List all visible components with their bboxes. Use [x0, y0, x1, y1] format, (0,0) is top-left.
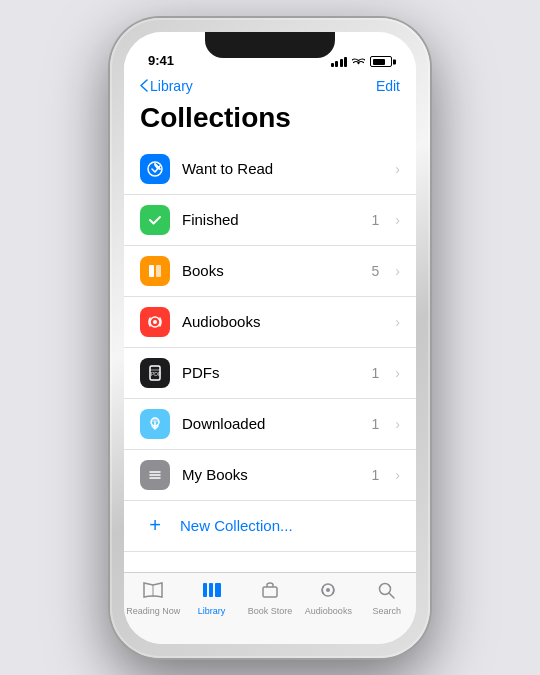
page-title: Collections [124, 102, 416, 144]
collection-item-my-books[interactable]: My Books 1 › [124, 450, 416, 501]
audiobooks-icon [140, 307, 170, 337]
collection-name-want-to-read: Want to Read [182, 160, 367, 177]
collections-list: Want to Read › Finished 1 › [124, 144, 416, 572]
collection-name-books: Books [182, 262, 360, 279]
collection-count-my-books: 1 [372, 467, 380, 483]
plus-icon: + [140, 511, 170, 541]
audiobooks-tab-icon [317, 581, 339, 604]
tab-reading-now[interactable]: Reading Now [124, 581, 182, 616]
back-button[interactable]: Library [140, 78, 193, 94]
nav-bar: Library Edit [124, 74, 416, 102]
collection-count-books: 5 [372, 263, 380, 279]
chevron-want-to-read: › [395, 161, 400, 177]
tab-bar: Reading Now Library [124, 572, 416, 644]
chevron-audiobooks: › [395, 314, 400, 330]
collection-item-books[interactable]: Books 5 › [124, 246, 416, 297]
my-books-icon [140, 460, 170, 490]
library-label: Library [198, 606, 226, 616]
reading-now-icon [142, 581, 164, 604]
status-icons [331, 56, 393, 68]
collection-count-finished: 1 [372, 212, 380, 228]
collection-count-downloaded: 1 [372, 416, 380, 432]
collection-item-want-to-read[interactable]: Want to Read › [124, 144, 416, 195]
svg-text:PDF: PDF [151, 371, 161, 377]
status-time: 9:41 [148, 53, 174, 68]
finished-icon [140, 205, 170, 235]
collection-item-downloaded[interactable]: Downloaded 1 › [124, 399, 416, 450]
svg-rect-2 [156, 265, 161, 277]
svg-point-16 [326, 588, 330, 592]
collection-count-pdfs: 1 [372, 365, 380, 381]
downloaded-icon [140, 409, 170, 439]
chevron-my-books: › [395, 467, 400, 483]
svg-rect-1 [149, 265, 154, 277]
new-collection-label: New Collection... [180, 517, 293, 534]
svg-line-18 [389, 593, 394, 598]
svg-rect-14 [263, 587, 277, 597]
wifi-icon [352, 56, 365, 68]
tab-audiobooks[interactable]: Audiobooks [299, 581, 357, 616]
collection-name-finished: Finished [182, 211, 360, 228]
pdfs-icon: PDF [140, 358, 170, 388]
chevron-books: › [395, 263, 400, 279]
phone-wrapper: 9:41 [110, 18, 430, 658]
edit-button[interactable]: Edit [376, 78, 400, 94]
collection-name-my-books: My Books [182, 466, 360, 483]
collection-name-downloaded: Downloaded [182, 415, 360, 432]
tab-library[interactable]: Library [182, 581, 240, 616]
audiobooks-tab-label: Audiobooks [305, 606, 352, 616]
tab-search[interactable]: Search [358, 581, 416, 616]
collection-name-pdfs: PDFs [182, 364, 360, 381]
new-collection-item[interactable]: + New Collection... [124, 501, 416, 552]
empty-rows [124, 552, 416, 572]
book-store-label: Book Store [248, 606, 293, 616]
books-icon [140, 256, 170, 286]
svg-point-4 [153, 320, 157, 324]
back-label: Library [150, 78, 193, 94]
collection-name-audiobooks: Audiobooks [182, 313, 367, 330]
svg-rect-11 [203, 583, 207, 597]
chevron-finished: › [395, 212, 400, 228]
chevron-downloaded: › [395, 416, 400, 432]
book-store-icon [259, 581, 281, 604]
battery-icon [370, 56, 392, 67]
svg-rect-13 [215, 583, 221, 597]
collection-item-finished[interactable]: Finished 1 › [124, 195, 416, 246]
library-icon [201, 581, 223, 604]
want-to-read-icon [140, 154, 170, 184]
notch [205, 32, 335, 58]
search-tab-icon [376, 581, 398, 604]
phone-screen: 9:41 [124, 32, 416, 644]
svg-rect-12 [209, 583, 213, 597]
signal-bars-icon [331, 57, 348, 67]
collection-item-pdfs[interactable]: PDF PDFs 1 › [124, 348, 416, 399]
phone-frame: 9:41 [110, 18, 430, 658]
reading-now-label: Reading Now [126, 606, 180, 616]
chevron-pdfs: › [395, 365, 400, 381]
collection-item-audiobooks[interactable]: Audiobooks › [124, 297, 416, 348]
search-label: Search [372, 606, 401, 616]
tab-book-store[interactable]: Book Store [241, 581, 299, 616]
